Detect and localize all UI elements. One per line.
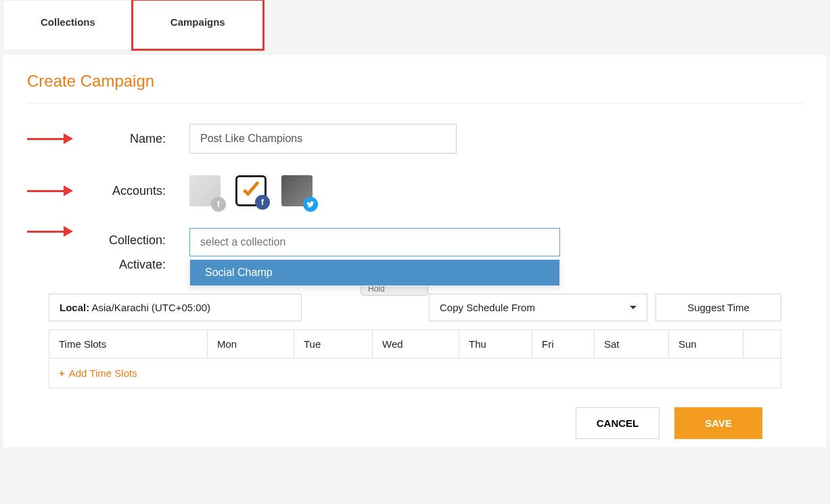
- tab-campaigns[interactable]: Campaigns: [133, 0, 263, 49]
- schedule-table: Time Slots Mon Tue Wed Thu Fri Sat Sun +…: [49, 329, 781, 388]
- cancel-button[interactable]: CANCEL: [576, 407, 660, 439]
- suggest-time-button[interactable]: Suggest Time: [655, 294, 781, 321]
- local-value: Asia/Karachi (UTC+05:00): [89, 302, 210, 313]
- arrow-icon: [27, 135, 78, 142]
- arrow-icon: [27, 228, 78, 235]
- col-thu: Thu: [459, 330, 532, 358]
- schedule-table-header: Time Slots Mon Tue Wed Thu Fri Sat Sun: [49, 330, 781, 359]
- schedule-toolbar: Local: Asia/Karachi (UTC+05:00) Copy Sch…: [49, 294, 781, 321]
- facebook-badge-icon: f: [211, 197, 226, 212]
- col-tue: Tue: [294, 330, 373, 358]
- copy-schedule-label: Copy Schedule From: [440, 302, 535, 313]
- collection-option[interactable]: Social Champ: [190, 260, 559, 285]
- save-button[interactable]: SAVE: [674, 407, 762, 439]
- row-collection: Collection: Social Champ Hold: [27, 228, 803, 256]
- local-label: Local:: [60, 302, 89, 313]
- arrow-icon: [27, 187, 78, 194]
- collection-select-input[interactable]: [189, 228, 560, 256]
- timezone-display[interactable]: Local: Asia/Karachi (UTC+05:00): [49, 294, 302, 321]
- col-empty: [743, 330, 781, 358]
- campaign-name-input[interactable]: [189, 124, 457, 154]
- collection-select-wrap: Social Champ Hold: [189, 228, 560, 256]
- row-accounts: Accounts: f f: [27, 175, 803, 206]
- row-name: Name:: [27, 124, 803, 154]
- col-sun: Sun: [669, 330, 743, 358]
- page-title: Create Campaign: [27, 72, 803, 104]
- tabs-bar: Collections Campaigns: [0, 0, 830, 49]
- chevron-down-icon: [630, 306, 637, 309]
- account-avatar[interactable]: f: [235, 175, 267, 206]
- arrow-spacer: [27, 262, 78, 269]
- col-timeslots: Time Slots: [49, 330, 208, 358]
- facebook-badge-icon: f: [255, 195, 270, 210]
- label-collection: Collection:: [85, 228, 166, 248]
- label-activate: Activate:: [85, 258, 166, 272]
- add-time-slots-button[interactable]: + Add Time Slots: [49, 359, 781, 388]
- account-avatar[interactable]: f: [189, 175, 221, 206]
- label-accounts: Accounts:: [85, 184, 166, 198]
- col-fri: Fri: [532, 330, 595, 358]
- form-actions: CANCEL SAVE: [27, 388, 803, 440]
- copy-schedule-select[interactable]: Copy Schedule From: [429, 294, 647, 321]
- tab-collections[interactable]: Collections: [3, 0, 133, 49]
- col-mon: Mon: [208, 330, 294, 358]
- spacer: [310, 294, 421, 321]
- accounts-list: f f: [189, 175, 313, 206]
- twitter-badge-icon: [303, 197, 318, 212]
- col-wed: Wed: [373, 330, 459, 358]
- plus-icon: +: [59, 367, 65, 379]
- col-sat: Sat: [595, 330, 669, 358]
- create-campaign-panel: Create Campaign Name: Accounts: f f Coll…: [3, 55, 827, 447]
- label-name: Name:: [85, 132, 166, 146]
- account-avatar[interactable]: [281, 175, 313, 206]
- collection-dropdown: Social Champ: [189, 259, 560, 286]
- add-time-slots-label: Add Time Slots: [69, 367, 137, 379]
